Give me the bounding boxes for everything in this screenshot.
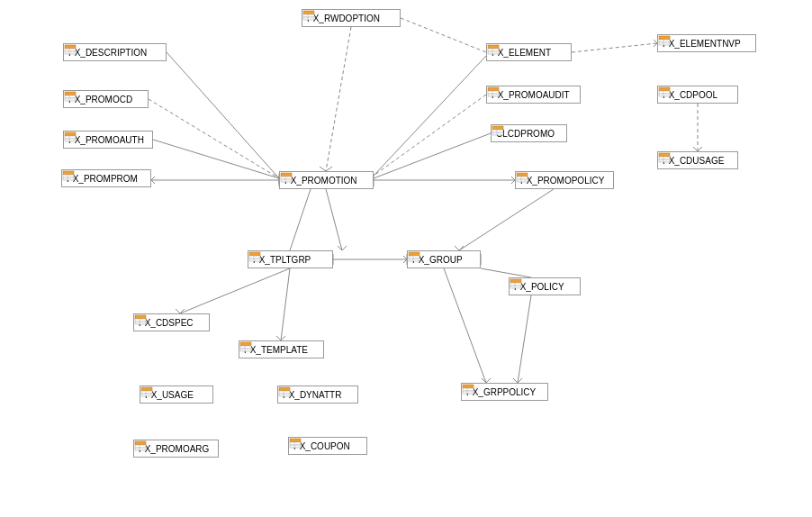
entity-label-px_description: PX_DESCRIPTION xyxy=(68,48,147,58)
svg-rect-94 xyxy=(517,173,528,177)
svg-rect-131 xyxy=(141,391,152,394)
svg-rect-130 xyxy=(141,387,152,391)
svg-rect-135 xyxy=(279,391,290,394)
svg-line-8 xyxy=(167,52,279,178)
svg-line-0 xyxy=(326,27,351,171)
entity-px_description[interactable]: PX_DESCRIPTION xyxy=(63,43,167,61)
svg-line-15 xyxy=(374,133,491,178)
entity-label-px_coupon: PX_COUPON xyxy=(293,441,350,451)
svg-line-42 xyxy=(481,268,531,277)
entity-px_promoaudit[interactable]: PX_PROMOAUDIT xyxy=(486,86,581,104)
er-diagram: PX_RWDOPTIONPX_DESCRIPTIONPX_ELEMENTPX_E… xyxy=(0,0,812,517)
svg-rect-95 xyxy=(517,177,528,179)
entity-px_element[interactable]: PX_ELEMENT xyxy=(486,43,572,61)
svg-line-26 xyxy=(326,189,342,250)
entity-label-px_cdspec: PX_CDSPEC xyxy=(139,318,194,328)
entity-px_promoauth[interactable]: PX_PROMOAUTH xyxy=(63,131,153,149)
svg-rect-91 xyxy=(659,157,670,159)
svg-rect-79 xyxy=(65,95,76,98)
svg-rect-75 xyxy=(659,91,670,94)
entity-px_promotion[interactable]: PX_PROMOTION xyxy=(279,171,374,189)
entity-px_promprom[interactable]: PX_PROMPROM xyxy=(61,169,151,187)
svg-rect-132 xyxy=(141,394,152,396)
entity-label-px_elementnvp: PX_ELEMENTNVP xyxy=(663,39,741,49)
svg-rect-108 xyxy=(249,258,260,261)
entity-label-px_tpltgrp: PX_TPLTGRP xyxy=(253,255,311,265)
svg-rect-58 xyxy=(65,45,76,49)
svg-rect-96 xyxy=(517,179,528,182)
svg-rect-114 xyxy=(510,279,521,283)
entity-px_tpltgrp[interactable]: PX_TPLTGRP xyxy=(248,250,333,268)
svg-rect-67 xyxy=(659,40,670,42)
svg-rect-127 xyxy=(463,388,474,391)
svg-line-14 xyxy=(374,95,486,176)
svg-rect-144 xyxy=(290,445,301,448)
svg-rect-142 xyxy=(290,439,301,442)
entity-px_cdspec[interactable]: PX_CDSPEC xyxy=(133,313,210,331)
entity-label-px_promotion: PX_PROMOTION xyxy=(284,176,357,186)
svg-rect-62 xyxy=(488,45,499,49)
svg-rect-107 xyxy=(249,256,260,258)
svg-rect-76 xyxy=(659,94,670,96)
entity-px_elementnvp[interactable]: PX_ELEMENTNVP xyxy=(657,34,756,52)
svg-rect-102 xyxy=(281,173,292,177)
svg-rect-68 xyxy=(659,42,670,45)
entity-px_cdusage[interactable]: PX_CDUSAGE xyxy=(657,151,738,169)
entity-label-px_dynattr: PX_DYNATTR xyxy=(283,390,341,400)
svg-rect-63 xyxy=(488,49,499,51)
svg-rect-92 xyxy=(659,159,670,162)
svg-line-20 xyxy=(151,177,155,180)
svg-rect-120 xyxy=(135,322,146,324)
svg-line-43 xyxy=(444,268,486,383)
entity-label-px_template: PX_TEMPLATE xyxy=(244,345,308,355)
entity-px_cdpool[interactable]: PX_CDPOOL xyxy=(657,86,738,104)
entity-px_rwdoption[interactable]: PX_RWDOPTION xyxy=(302,9,401,27)
svg-line-39 xyxy=(459,189,554,250)
entity-label-px_grppolicy: PX_GRPPOLICY xyxy=(466,387,536,397)
entity-px_dynattr[interactable]: PX_DYNATTR xyxy=(277,385,358,404)
svg-rect-88 xyxy=(65,139,76,141)
svg-line-29 xyxy=(290,189,311,250)
connections-layer xyxy=(0,0,812,517)
svg-rect-110 xyxy=(409,252,420,256)
entity-label-px_promoauth: PX_PROMOAUTH xyxy=(68,135,144,145)
svg-rect-119 xyxy=(135,319,146,322)
svg-rect-98 xyxy=(63,171,74,175)
entity-px_promocd[interactable]: PX_PROMOCD xyxy=(63,90,149,108)
svg-rect-115 xyxy=(510,283,521,286)
svg-rect-74 xyxy=(659,87,670,91)
svg-rect-128 xyxy=(463,391,474,394)
svg-rect-54 xyxy=(303,11,314,14)
entity-label-px_rwdoption: PX_RWDOPTION xyxy=(307,14,380,23)
entity-label-clcdpromo: CLCDPROMO xyxy=(496,129,555,139)
svg-rect-106 xyxy=(249,252,260,256)
entity-px_grppolicy[interactable]: PX_GRPPOLICY xyxy=(461,383,548,401)
entity-label-px_promoaudit: PX_PROMOAUDIT xyxy=(492,90,570,100)
entity-clcdpromo[interactable]: CLCDPROMO xyxy=(491,124,567,142)
entity-label-px_promoarg: PX_PROMOARG xyxy=(139,444,209,454)
svg-rect-78 xyxy=(65,92,76,95)
svg-rect-72 xyxy=(488,94,499,96)
svg-rect-59 xyxy=(65,49,76,51)
entity-px_promoarg[interactable]: PX_PROMOARG xyxy=(133,440,219,458)
svg-line-3 xyxy=(401,18,486,52)
svg-rect-139 xyxy=(135,445,146,448)
svg-rect-112 xyxy=(409,258,420,261)
entity-label-px_promprom: PX_PROMPROM xyxy=(67,174,138,184)
entity-px_template[interactable]: PX_TEMPLATE xyxy=(239,340,324,358)
svg-rect-143 xyxy=(290,442,301,445)
svg-line-33 xyxy=(180,268,290,313)
svg-rect-86 xyxy=(65,132,76,136)
entity-px_policy[interactable]: PX_POLICY xyxy=(509,277,581,295)
svg-rect-126 xyxy=(463,385,474,388)
entity-px_group[interactable]: PX_GROUP xyxy=(407,250,481,268)
svg-rect-90 xyxy=(659,153,670,157)
svg-line-28 xyxy=(342,246,347,250)
svg-rect-56 xyxy=(303,17,314,20)
svg-rect-103 xyxy=(281,177,292,179)
svg-rect-116 xyxy=(510,286,521,288)
svg-rect-80 xyxy=(65,98,76,101)
entity-px_usage[interactable]: PX_USAGE xyxy=(140,385,213,404)
entity-px_promopolicy[interactable]: PX_PROMOPOLICY xyxy=(515,171,614,189)
entity-px_coupon[interactable]: PX_COUPON xyxy=(288,437,367,455)
